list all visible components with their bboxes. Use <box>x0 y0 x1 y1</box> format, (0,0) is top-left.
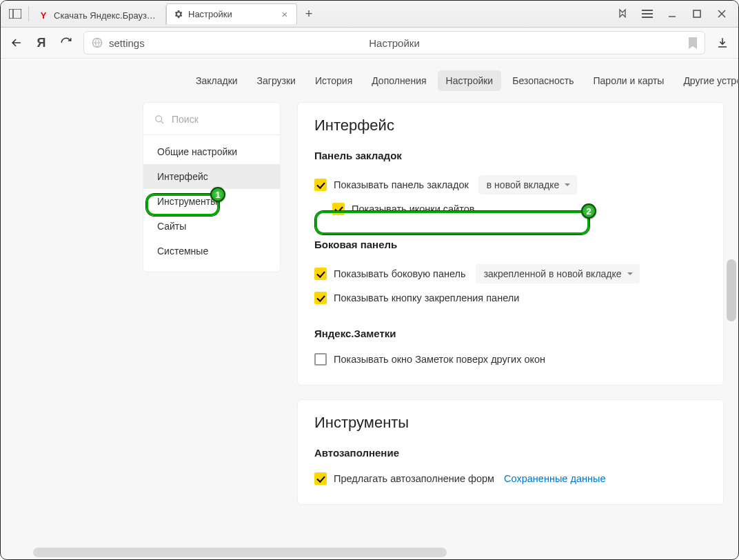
divider <box>28 6 29 21</box>
nav-bookmarks[interactable]: Закладки <box>188 70 246 91</box>
omnibox[interactable]: settings Настройки <box>83 31 705 54</box>
omnibox-title: Настройки <box>369 37 420 49</box>
nav-history[interactable]: История <box>307 70 361 91</box>
group-bookmarks-panel: Панель закладок <box>314 150 707 161</box>
site-info-icon[interactable] <box>91 37 103 49</box>
nav-settings[interactable]: Настройки <box>438 70 502 91</box>
close-window-button[interactable] <box>709 3 734 24</box>
dropdown-side-panel-mode[interactable]: закрепленной в новой вкладке <box>476 264 640 283</box>
search-icon <box>154 114 165 125</box>
downloads-button[interactable] <box>713 34 731 52</box>
menu-icon[interactable] <box>635 3 660 24</box>
reload-button[interactable] <box>57 34 75 52</box>
annotation-badge-2: 2 <box>581 203 596 219</box>
maximize-button[interactable] <box>685 3 709 24</box>
annotation-badge-1: 1 <box>210 187 225 202</box>
opt-show-bookmarks-panel: Показывать панель закладок в новой вклад… <box>314 171 707 199</box>
group-notes: Яндекс.Заметки <box>314 328 707 339</box>
svg-rect-0 <box>9 9 21 19</box>
panels-button[interactable] <box>5 5 26 23</box>
settings-top-nav: Закладки Загрузки История Дополнения Нас… <box>1 59 738 102</box>
sidebar-item-interface[interactable]: Интерфейс <box>143 164 280 189</box>
sidebar-search-placeholder: Поиск <box>172 114 199 125</box>
nav-addons[interactable]: Дополнения <box>363 70 434 91</box>
section-heading: Интерфейс <box>314 117 707 134</box>
annotation-highlight-1 <box>146 194 219 216</box>
opt-label: Показывать окно Заметок поверх других ок… <box>334 354 545 365</box>
opt-show-pin-button: Показывать кнопку закрепления панели <box>314 288 707 308</box>
tab-inactive[interactable]: Y Скачать Яндекс.Браузер д <box>32 5 166 25</box>
svg-point-10 <box>156 115 162 121</box>
opt-suggest-autofill: Предлагать автозаполнение форм Сохраненн… <box>314 468 707 489</box>
nav-other-devices[interactable]: Другие устро <box>675 70 738 91</box>
gear-icon <box>172 9 183 20</box>
new-tab-button[interactable]: + <box>298 3 319 24</box>
nav-security[interactable]: Безопасность <box>504 70 582 91</box>
sidebar-item-general[interactable]: Общие настройки <box>143 139 280 164</box>
browser-window: Y Скачать Яндекс.Браузер д Настройки × +… <box>0 0 739 560</box>
nav-passwords[interactable]: Пароли и карты <box>585 70 673 91</box>
page-content: Закладки Загрузки История Дополнения Нас… <box>1 59 738 559</box>
opt-show-side-panel: Показывать боковую панель закрепленной в… <box>314 260 707 288</box>
checkbox-show-side-panel[interactable] <box>314 268 327 280</box>
group-autofill: Автозаполнение <box>314 447 707 459</box>
omnibox-text: settings <box>109 37 145 49</box>
section-heading: Инструменты <box>314 414 707 432</box>
group-side-panel: Боковая панель <box>314 239 707 250</box>
opt-label: Показывать панель закладок <box>334 179 469 190</box>
checkbox-suggest-autofill[interactable] <box>314 472 327 485</box>
sidebar-item-sites[interactable]: Сайты <box>143 214 280 239</box>
section-tools: Инструменты Автозаполнение Предлагать ав… <box>297 399 724 505</box>
title-bar: Y Скачать Яндекс.Браузер д Настройки × + <box>1 1 738 28</box>
vertical-scrollbar[interactable] <box>727 259 736 321</box>
back-button[interactable] <box>8 34 26 52</box>
tab-title: Скачать Яндекс.Браузер д <box>54 10 159 21</box>
sidebar-search[interactable]: Поиск <box>143 107 280 132</box>
horizontal-scrollbar[interactable] <box>33 548 447 557</box>
svg-line-11 <box>161 121 163 123</box>
yandex-home-button[interactable]: Я <box>34 36 49 50</box>
link-saved-data[interactable]: Сохраненные данные <box>504 473 605 484</box>
opt-label: Показывать кнопку закрепления панели <box>334 292 519 303</box>
opt-show-notes: Показывать окно Заметок поверх других ок… <box>314 349 707 370</box>
section-interface: Интерфейс Панель закладок Показывать пан… <box>297 102 724 386</box>
page-body: Поиск Общие настройки Интерфейс Инструме… <box>1 102 738 559</box>
bookmark-icon[interactable] <box>688 37 698 49</box>
tab-active[interactable]: Настройки × <box>166 3 297 24</box>
checkbox-show-bookmarks-panel[interactable] <box>314 179 327 191</box>
nav-downloads[interactable]: Загрузки <box>249 70 304 91</box>
annotation-highlight-2 <box>315 211 589 234</box>
settings-sidebar: Поиск Общие настройки Интерфейс Инструме… <box>143 102 281 272</box>
yandex-icon: Y <box>38 10 49 21</box>
dropdown-bookmarks-panel-mode[interactable]: в новой вкладке <box>478 175 578 194</box>
opt-label: Предлагать автозаполнение форм <box>334 473 494 484</box>
opt-label: Показывать боковую панель <box>334 268 466 279</box>
tab-title: Настройки <box>188 9 276 19</box>
close-icon[interactable]: × <box>280 10 290 19</box>
address-bar: Я settings Настройки <box>1 28 738 59</box>
checkbox-show-notes[interactable] <box>314 353 327 366</box>
checkbox-show-pin-button[interactable] <box>314 292 327 304</box>
minimize-button[interactable] <box>660 3 685 24</box>
settings-content: Интерфейс Панель закладок Показывать пан… <box>297 102 738 559</box>
divider <box>143 134 280 135</box>
svg-rect-6 <box>694 10 700 17</box>
sidebar-item-system[interactable]: Системные <box>143 239 280 263</box>
reader-mode-icon[interactable] <box>610 3 635 24</box>
